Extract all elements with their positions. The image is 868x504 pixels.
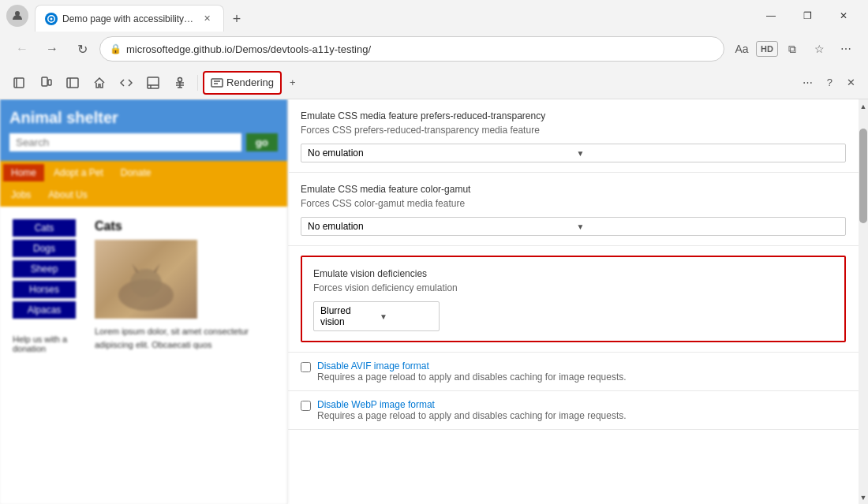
hd-btn[interactable]: HD	[756, 41, 778, 57]
transparency-value: No emulation	[308, 147, 571, 159]
color-gamut-value: No emulation	[308, 221, 571, 232]
section-label: Emulate CSS media feature color-gamut Fo…	[301, 182, 846, 211]
scroll-track[interactable]	[859, 113, 868, 491]
lock-icon: 🔒	[110, 43, 122, 54]
read-aloud-btn[interactable]: Aa	[729, 36, 754, 62]
site-main-content: Cats Dogs Sheep Horses Alpacas Help us w…	[0, 207, 287, 366]
nav-home[interactable]: Home	[3, 164, 44, 181]
svg-rect-8	[148, 77, 159, 88]
tool-device[interactable]	[33, 71, 58, 95]
new-tab-button[interactable]: +	[224, 6, 249, 32]
site-search-input[interactable]	[9, 133, 241, 151]
tabs-area: Demo page with accessibility iss ✕ +	[35, 0, 746, 32]
section-subtitle: Forces CSS color-gamut media feature	[301, 196, 846, 211]
section-vision-deficiencies: Emulate vision deficiencies Forces visio…	[301, 256, 846, 342]
webp-title: Disable WebP image format	[317, 399, 627, 410]
sidebar-horses[interactable]: Horses	[13, 281, 76, 298]
title-bar: Demo page with accessibility iss ✕ + — ❐…	[0, 0, 868, 32]
section-vision-wrapper: Emulate vision deficiencies Forces visio…	[288, 246, 859, 353]
tool-more[interactable]: ⋯	[796, 71, 819, 95]
back-button[interactable]: ←	[9, 36, 35, 62]
vision-chevron: ▼	[380, 312, 432, 321]
sidebar-cats[interactable]: Cats	[13, 219, 76, 237]
tool-close-devtools[interactable]: ✕	[840, 71, 862, 95]
nav-adopt[interactable]: Adopt a Pet	[46, 164, 111, 181]
scroll-down-arrow[interactable]: ▼	[859, 491, 868, 504]
nav-donate[interactable]: Donate	[113, 164, 159, 181]
url-bar[interactable]: 🔒 microsoftedge.github.io/Demos/devtools…	[99, 36, 724, 62]
site-search-button[interactable]: go	[246, 133, 278, 151]
split-btn[interactable]: ⧉	[780, 36, 805, 62]
nav-jobs[interactable]: Jobs	[3, 186, 39, 203]
svg-rect-13	[211, 79, 223, 87]
vision-label: Emulate vision deficiencies Forces visio…	[313, 267, 833, 295]
nav-about[interactable]: About Us	[40, 186, 95, 203]
scroll-thumb[interactable]	[859, 129, 867, 223]
sidebar-alpacas[interactable]: Alpacas	[13, 301, 76, 319]
tool-inspect[interactable]	[6, 71, 32, 95]
content-text: Lorem ipsum dolor, sit amet consectetur …	[95, 325, 275, 351]
scrollbar[interactable]: ▲ ▼	[859, 99, 868, 504]
avif-subtitle: Requires a page reload to apply and disa…	[317, 371, 627, 383]
favorites-btn[interactable]: ☆	[806, 36, 832, 62]
tool-sidebar[interactable]	[60, 71, 85, 95]
transparency-dropdown[interactable]: No emulation ▼	[301, 144, 846, 162]
sidebar-sheep[interactable]: Sheep	[13, 260, 76, 278]
refresh-button[interactable]: ↻	[69, 36, 95, 62]
section-title: Emulate CSS media feature color-gamut	[301, 182, 846, 196]
site-header: Animal shelter go	[0, 99, 287, 161]
color-gamut-dropdown[interactable]: No emulation ▼	[301, 217, 846, 236]
address-bar: ← → ↻ 🔒 microsoftedge.github.io/Demos/de…	[0, 32, 868, 66]
devtools-outer: Emulate CSS media feature prefers-reduce…	[288, 99, 868, 504]
vision-subtitle: Forces vision deficiency emulation	[313, 281, 833, 295]
forward-button[interactable]: →	[39, 36, 65, 62]
window-controls: — ❐ ✕	[753, 3, 862, 28]
main-area: Animal shelter go Home Adopt a Pet Donat…	[0, 99, 868, 504]
webp-subtitle: Requires a page reload to apply and disa…	[317, 410, 627, 421]
section-title: Emulate CSS media feature prefers-reduce…	[301, 109, 846, 123]
minimize-button[interactable]: —	[753, 3, 789, 28]
site-title: Animal shelter	[9, 109, 278, 127]
sidebar-dogs[interactable]: Dogs	[13, 240, 76, 257]
cat-image-inner	[95, 240, 197, 319]
svg-point-17	[130, 269, 162, 297]
search-row: go	[9, 133, 278, 151]
tab-close-button[interactable]: ✕	[200, 12, 214, 26]
tab-favicon	[45, 13, 58, 25]
vision-title: Emulate vision deficiencies	[313, 267, 833, 281]
address-actions: Aa HD ⧉ ☆ ⋯	[729, 36, 859, 62]
tool-rendering[interactable]: Rendering	[203, 71, 282, 95]
site-nav2: Jobs About Us	[0, 185, 287, 207]
profile-icon[interactable]	[6, 5, 28, 27]
tool-help[interactable]: ?	[821, 71, 839, 95]
close-button[interactable]: ✕	[825, 3, 862, 28]
tool-add[interactable]: +	[283, 71, 302, 95]
tool-home[interactable]	[87, 71, 112, 95]
more-btn[interactable]: ⋯	[833, 36, 859, 62]
devtools-toolbar: Rendering + ⋯ ? ✕	[0, 66, 868, 99]
browser-window: Demo page with accessibility iss ✕ + — ❐…	[0, 0, 868, 504]
tool-network[interactable]	[140, 71, 166, 95]
section-reduced-transparency: Emulate CSS media feature prefers-reduce…	[288, 99, 859, 173]
browser-viewport: Animal shelter go Home Adopt a Pet Donat…	[0, 99, 288, 504]
rendering-content[interactable]: Emulate CSS media feature prefers-reduce…	[288, 99, 859, 504]
tool-code[interactable]	[114, 71, 139, 95]
donate-text: Help us with a donation	[13, 334, 76, 353]
avif-checkbox[interactable]	[301, 362, 311, 372]
webp-checkbox[interactable]	[301, 401, 311, 411]
checkbox-avif: Disable AVIF image format Requires a pag…	[288, 353, 859, 391]
transparency-chevron: ▼	[577, 149, 840, 158]
vision-dropdown[interactable]: Blurred vision ▼	[313, 301, 440, 331]
scroll-up-arrow[interactable]: ▲	[859, 99, 868, 113]
color-gamut-chevron: ▼	[577, 222, 840, 231]
restore-button[interactable]: ❐	[789, 3, 825, 28]
webp-label: Disable WebP image format Requires a pag…	[317, 399, 627, 421]
svg-rect-4	[42, 77, 47, 86]
tool-separator	[197, 75, 198, 91]
section-label: Emulate CSS media feature prefers-reduce…	[301, 109, 846, 137]
content-title: Cats	[95, 219, 275, 233]
vision-dropdown-wrapper: Blurred vision ▼	[313, 301, 833, 331]
active-tab[interactable]: Demo page with accessibility iss ✕	[35, 5, 224, 32]
tool-debug[interactable]	[167, 71, 193, 95]
avif-label: Disable AVIF image format Requires a pag…	[317, 360, 627, 383]
